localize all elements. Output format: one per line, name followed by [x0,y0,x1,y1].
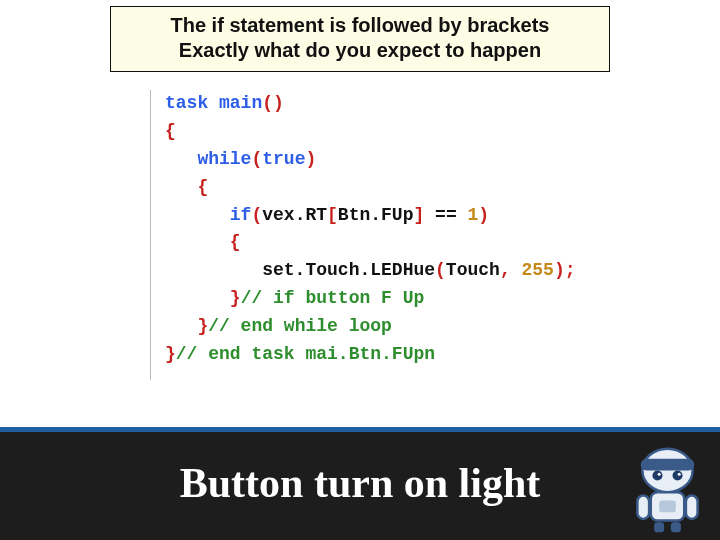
code-brace-close: } [165,344,176,364]
code-brace-open: { [197,177,208,197]
svg-point-0 [642,449,692,492]
code-comment: // if button F Up [241,288,425,308]
code-kw-while: while [197,149,251,169]
svg-point-5 [678,473,681,476]
code-bracket: [ [327,205,338,225]
code-punct: ( [251,205,262,225]
code-comment: // end task mai.Btn.FUpn [176,344,435,364]
code-ident: Btn.FUp [338,205,414,225]
footer-bar: Button turn on light [0,427,720,540]
code-brace-open: { [165,121,176,141]
code-op: == [424,205,467,225]
header-line-1: The if statement is followed by brackets [121,13,599,38]
code-number: 255 [521,260,553,280]
footer-title: Button turn on light [0,459,720,507]
header-line-2: Exactly what do you expect to happen [121,38,599,63]
code-kw-if: if [230,205,252,225]
svg-rect-7 [659,501,676,513]
code-arg: Touch [446,260,500,280]
code-punct: ); [554,260,576,280]
code-bracket: ] [413,205,424,225]
code-kw-true: true [262,149,305,169]
header-callout: The if statement is followed by brackets… [110,6,610,72]
code-func: set.Touch.LEDHue [262,260,435,280]
code-punct: ( [435,260,446,280]
code-punct: ( [251,149,262,169]
code-punct: ) [305,149,316,169]
code-kw-task-main: task main [165,93,262,113]
code-brace-close: } [230,288,241,308]
robot-icon [625,442,710,534]
code-brace-open: { [230,232,241,252]
code-comment: // end while loop [208,316,392,336]
code-number: 1 [468,205,479,225]
code-punct: () [262,93,284,113]
footer-accent-stripe [0,427,720,432]
svg-point-2 [652,470,662,480]
code-sample: task main() { while(true) { if(vex.RT[Bt… [150,90,620,380]
svg-point-4 [658,473,661,476]
code-ident: vex.RT [262,205,327,225]
code-brace-close: } [197,316,208,336]
svg-rect-11 [671,522,681,532]
code-punct: ) [478,205,489,225]
svg-rect-1 [641,459,695,471]
svg-point-3 [673,470,683,480]
code-comma: , [500,260,522,280]
svg-rect-8 [637,496,649,519]
svg-rect-10 [654,522,664,532]
svg-rect-9 [686,496,698,519]
